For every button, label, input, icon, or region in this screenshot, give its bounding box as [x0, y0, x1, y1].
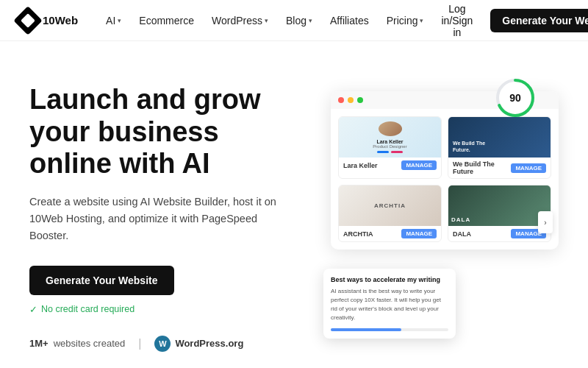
navbar: 10Web AI ▾ Ecommerce WordPress ▾ Blog ▾ …: [0, 0, 588, 41]
wordpress-icon: W: [154, 336, 171, 352]
website-thumb-profile: Lara Keller Product Designer: [339, 117, 441, 158]
chevron-down-icon: ▾: [309, 17, 312, 24]
window-maximize-dot: [357, 97, 363, 103]
website-info: DALA MANAGE: [448, 226, 551, 241]
no-credit-label: ✓ No credit card required: [29, 304, 309, 315]
dashboard-body: Lara Keller Product Designer Lara Keller…: [331, 109, 559, 250]
ai-card-text: AI assistant is the best way to write yo…: [331, 287, 448, 322]
logo-text: 10Web: [43, 14, 78, 26]
website-thumb-dala: DALA: [448, 185, 551, 226]
hero-content: Launch and grow your business online wit…: [29, 77, 309, 352]
ai-progress-bar: [331, 328, 448, 331]
manage-button[interactable]: MANAGE: [401, 160, 437, 170]
websites-label: websites created: [54, 338, 126, 349]
svg-text:90: 90: [509, 92, 521, 104]
check-icon: ✓: [29, 304, 37, 315]
nav-item-ecommerce[interactable]: Ecommerce: [132, 10, 201, 31]
hero-subtitle: Create a website using AI Website Builde…: [29, 194, 279, 245]
carousel-next-button[interactable]: ›: [538, 211, 553, 233]
websites-grid: Lara Keller Product Designer Lara Keller…: [338, 116, 551, 242]
website-thumb-archtia: ARCHTIA: [339, 185, 441, 226]
nav-item-ai[interactable]: AI ▾: [98, 10, 129, 31]
hero-title: Launch and grow your business online wit…: [29, 84, 309, 180]
website-thumb-future: We Build TheFuture.: [448, 117, 551, 158]
stats-row: 1M+ websites created | W WordPress.org: [29, 336, 309, 352]
website-item-dala: DALA DALA MANAGE: [448, 185, 551, 242]
nav-item-pricing[interactable]: Pricing ▾: [379, 10, 431, 31]
logo[interactable]: 10Web: [18, 10, 78, 31]
chevron-down-icon: ▾: [265, 17, 268, 24]
manage-button[interactable]: MANAGE: [401, 229, 437, 238]
nav-item-affiliates[interactable]: Affiliates: [323, 10, 376, 31]
window-minimize-dot: [348, 97, 354, 103]
speed-badge: 90: [494, 77, 537, 119]
nav-links: AI ▾ Ecommerce WordPress ▾ Blog ▾ Affili…: [98, 10, 431, 31]
website-info: ARCHTIA MANAGE: [339, 226, 441, 241]
website-item-future: We Build TheFuture. We Build The Future …: [448, 116, 551, 179]
manage-button[interactable]: MANAGE: [511, 163, 546, 173]
hero-cta-button[interactable]: Generate Your Website: [29, 266, 174, 295]
ai-progress-fill: [331, 328, 401, 331]
nav-item-blog[interactable]: Blog ▾: [279, 10, 320, 31]
nav-right: Log in/Sign in Generate Your Website: [431, 0, 588, 43]
login-button[interactable]: Log in/Sign in: [431, 0, 483, 43]
websites-count: 1M+: [29, 338, 49, 349]
website-info: Lara Keller MANAGE: [339, 158, 441, 173]
chevron-down-icon: ▾: [420, 17, 423, 24]
nav-item-wordpress[interactable]: WordPress ▾: [204, 10, 276, 31]
hero-visual: 90 Lara Keller: [323, 77, 559, 368]
wp-logo: W WordPress.org: [154, 336, 243, 352]
website-item-profile: Lara Keller Product Designer Lara Keller…: [338, 116, 442, 179]
websites-stat: 1M+ websites created: [29, 338, 125, 349]
ai-card-title: Best ways to accelerate my writing: [331, 276, 448, 283]
window-close-dot: [338, 97, 344, 103]
generate-button[interactable]: Generate Your Website: [490, 9, 588, 32]
ai-writing-card: Best ways to accelerate my writing AI as…: [323, 269, 456, 339]
wp-label: WordPress.org: [175, 338, 243, 349]
website-info: We Build The Future MANAGE: [448, 158, 551, 178]
stat-divider: |: [138, 337, 141, 350]
website-item-archtia: ARCHTIA ARCHTIA MANAGE: [338, 185, 442, 242]
logo-icon: [13, 6, 43, 35]
chevron-down-icon: ▾: [118, 17, 121, 24]
hero-section: Launch and grow your business online wit…: [0, 41, 588, 368]
